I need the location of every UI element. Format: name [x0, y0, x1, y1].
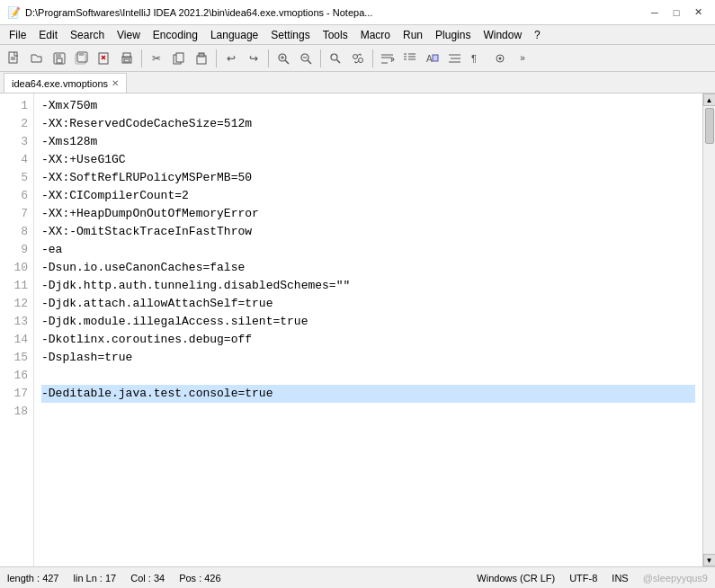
svg-point-46 — [499, 57, 502, 59]
svg-rect-40 — [433, 55, 438, 61]
syntax-button[interactable]: A — [422, 48, 443, 69]
menu-tools[interactable]: Tools — [317, 27, 353, 43]
window-title: D:\ProgramSoftwares\IntelliJ IDEA 2021.2… — [25, 7, 372, 18]
code-line: -Xms128m — [41, 133, 695, 151]
code-line: -XX:-OmitStackTraceInFastThrow — [41, 223, 695, 241]
indent-button[interactable] — [444, 48, 466, 69]
svg-line-27 — [337, 59, 341, 63]
title-bar-left: 📝 D:\ProgramSoftwares\IntelliJ IDEA 2021… — [7, 6, 372, 19]
menu-edit[interactable]: Edit — [33, 27, 63, 43]
code-line: -Xmx750m — [41, 97, 695, 115]
status-line: lin Ln : 17 — [74, 573, 117, 584]
menu-bar: File Edit Search View Encoding Language … — [0, 25, 715, 45]
code-line: -XX:ReservedCodeCacheSize=512m — [41, 115, 695, 133]
new-file-button[interactable] — [4, 48, 25, 69]
print-button[interactable] — [116, 48, 138, 69]
status-encoding[interactable]: UTF-8 — [569, 573, 597, 584]
scroll-down-button[interactable]: ▼ — [703, 554, 716, 566]
svg-text:A: A — [426, 54, 433, 64]
editor-area: 123456789101112131415161718 -Xmx750m-XX:… — [0, 94, 715, 566]
status-length: length : 427 — [7, 573, 59, 584]
menu-help[interactable]: ? — [529, 27, 546, 43]
svg-rect-18 — [199, 53, 204, 57]
code-line — [41, 403, 695, 421]
zoom-in-button[interactable] — [273, 48, 294, 69]
code-line: -Dsun.io.useCanonCaches=false — [41, 259, 695, 277]
menu-macro[interactable]: Macro — [355, 27, 396, 43]
undo-button[interactable]: ↩ — [220, 48, 242, 69]
cut-button[interactable]: ✂ — [146, 48, 167, 69]
file-tab[interactable]: idea64.exe.vmoptions ✕ — [4, 73, 127, 93]
eol-button[interactable]: ¶ — [467, 48, 488, 69]
code-line: -Deditable.java.test.console=true — [41, 385, 695, 403]
close-window-button[interactable]: ✕ — [688, 4, 708, 21]
save-button[interactable] — [49, 48, 70, 69]
svg-point-29 — [359, 58, 363, 62]
svg-point-28 — [353, 54, 358, 58]
toolbar: ✂ ↩ ↪ A ¶ » — [0, 45, 715, 72]
title-controls[interactable]: ─ □ ✕ — [645, 4, 708, 21]
scrollbar-vertical[interactable]: ▲ ▼ — [702, 94, 715, 566]
menu-language[interactable]: Language — [205, 27, 264, 43]
tab-bar: idea64.exe.vmoptions ✕ — [0, 72, 715, 94]
app-icon: 📝 — [7, 6, 20, 19]
svg-text:¶: ¶ — [471, 53, 477, 64]
status-watermark: @sleepyyqus9 — [643, 573, 708, 584]
toolbar-more-button[interactable]: » — [512, 48, 533, 69]
editor-content[interactable]: -Xmx750m-XX:ReservedCodeCacheSize=512m-X… — [34, 94, 702, 566]
redo-button[interactable]: ↪ — [243, 48, 264, 69]
minimize-button[interactable]: ─ — [645, 4, 665, 21]
menu-view[interactable]: View — [112, 27, 146, 43]
status-pos: Pos : 426 — [179, 573, 220, 584]
code-line: -Djdk.module.illegalAccess.silent=true — [41, 313, 695, 331]
code-line: -Dsplash=true — [41, 349, 695, 367]
toolbar-sep-5 — [372, 49, 373, 67]
svg-rect-5 — [57, 58, 62, 63]
menu-search[interactable]: Search — [65, 27, 110, 43]
menu-window[interactable]: Window — [478, 27, 527, 43]
view-toggle-button[interactable] — [489, 48, 511, 69]
line-numbers: 123456789101112131415161718 — [0, 94, 34, 566]
code-line: -Dkotlinx.coroutines.debug=off — [41, 331, 695, 349]
wordwrap-button[interactable] — [377, 48, 398, 69]
svg-line-24 — [308, 60, 311, 64]
menu-run[interactable]: Run — [398, 27, 428, 43]
menu-encoding[interactable]: Encoding — [147, 27, 203, 43]
open-file-button[interactable] — [26, 48, 48, 69]
status-mode: INS — [612, 573, 628, 584]
toolbar-sep-2 — [216, 49, 217, 67]
menu-plugins[interactable]: Plugins — [430, 27, 476, 43]
code-line: -XX:SoftRefLRUPolicyMSPerMB=50 — [41, 169, 695, 187]
scroll-up-button[interactable]: ▲ — [703, 94, 716, 106]
scroll-thumb[interactable] — [705, 108, 714, 144]
toolbar-sep-3 — [268, 49, 269, 67]
toolbar-sep-4 — [320, 49, 321, 67]
replace-button[interactable] — [347, 48, 369, 69]
tab-label: idea64.exe.vmoptions — [12, 78, 108, 89]
tab-close-button[interactable]: ✕ — [112, 79, 119, 88]
status-line-ending[interactable]: Windows (CR LF) — [477, 573, 555, 584]
code-line — [41, 367, 695, 385]
maximize-button[interactable]: □ — [666, 4, 686, 21]
find-button[interactable] — [325, 48, 346, 69]
svg-rect-4 — [56, 53, 61, 58]
code-line: -XX:+UseG1GC — [41, 151, 695, 169]
code-line: -Djdk.attach.allowAttachSelf=true — [41, 295, 695, 313]
code-line: -XX:CICompilerCount=2 — [41, 187, 695, 205]
status-right: Windows (CR LF) UTF-8 INS @sleepyyqus9 — [477, 573, 708, 584]
menu-file[interactable]: File — [4, 27, 31, 43]
close-file-button[interactable] — [94, 48, 115, 69]
menu-settings[interactable]: Settings — [265, 27, 315, 43]
toolbar-sep-1 — [141, 49, 142, 67]
status-bar: length : 427 lin Ln : 17 Col : 34 Pos : … — [0, 566, 715, 588]
svg-line-20 — [285, 60, 289, 64]
paste-button[interactable] — [191, 48, 212, 69]
svg-rect-8 — [79, 52, 84, 56]
code-line: -XX:+HeapDumpOnOutOfMemoryError — [41, 205, 695, 223]
save-all-button[interactable] — [71, 48, 93, 69]
linenum-button[interactable] — [399, 48, 421, 69]
title-bar: 📝 D:\ProgramSoftwares\IntelliJ IDEA 2021… — [0, 0, 715, 25]
zoom-out-button[interactable] — [295, 48, 317, 69]
code-line: -Djdk.http.auth.tunneling.disabledScheme… — [41, 277, 695, 295]
copy-button[interactable] — [168, 48, 190, 69]
